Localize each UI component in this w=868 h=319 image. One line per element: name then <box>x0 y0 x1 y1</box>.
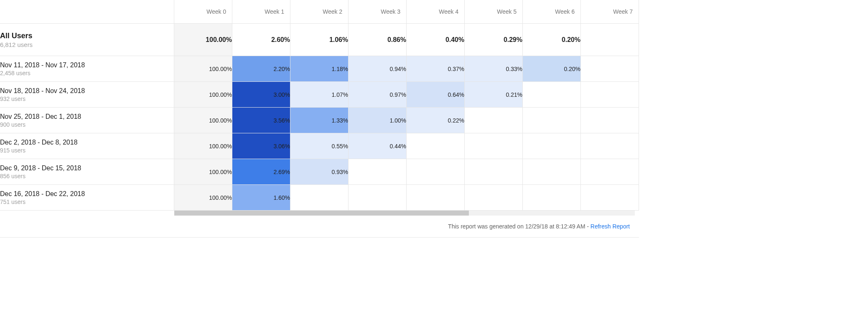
cell-week-3[interactable] <box>349 159 407 185</box>
cell-week-7[interactable] <box>581 56 639 82</box>
row-label-cell[interactable]: Nov 11, 2018 - Nov 17, 20182,458 users <box>0 56 174 82</box>
cohort-table-container: Week 0Week 1Week 2Week 3Week 4Week 5Week… <box>0 0 639 238</box>
cell-week-0[interactable]: 100.00% <box>174 185 232 211</box>
row-subtitle: 900 users <box>0 121 174 128</box>
column-header-week-4[interactable]: Week 4 <box>407 0 465 24</box>
table-row: Dec 9, 2018 - Dec 15, 2018856 users100.0… <box>0 159 639 185</box>
row-subtitle: 6,812 users <box>0 41 174 48</box>
table-row: Dec 16, 2018 - Dec 22, 2018751 users100.… <box>0 185 639 211</box>
cell-week-2[interactable]: 1.18% <box>290 56 349 82</box>
cell-week-7[interactable] <box>581 82 639 108</box>
horizontal-scrollbar[interactable] <box>174 211 635 216</box>
cell-week-0[interactable]: 100.00% <box>174 108 232 133</box>
cell-week-1[interactable]: 3.06% <box>232 133 290 159</box>
cell-week-5[interactable]: 0.33% <box>465 56 523 82</box>
cell-week-3[interactable] <box>349 185 407 211</box>
cell-week-7[interactable] <box>581 24 639 56</box>
cell-week-7[interactable] <box>581 185 639 211</box>
row-title: All Users <box>0 32 174 40</box>
column-header-week-2[interactable]: Week 2 <box>290 0 349 24</box>
cell-week-4[interactable]: 0.64% <box>407 82 465 108</box>
row-label-cell[interactable]: Dec 2, 2018 - Dec 8, 2018915 users <box>0 133 174 159</box>
row-label-cell[interactable]: Dec 9, 2018 - Dec 15, 2018856 users <box>0 159 174 185</box>
column-header-week-6[interactable]: Week 6 <box>523 0 581 24</box>
cell-week-4[interactable]: 0.37% <box>407 56 465 82</box>
cell-week-6[interactable]: 0.20% <box>523 24 581 56</box>
cell-week-7[interactable] <box>581 108 639 133</box>
row-title: Dec 9, 2018 - Dec 15, 2018 <box>0 164 174 172</box>
cell-week-2[interactable]: 1.07% <box>290 82 349 108</box>
cell-week-0[interactable]: 100.00% <box>174 82 232 108</box>
table-row: Nov 18, 2018 - Nov 24, 2018932 users100.… <box>0 82 639 108</box>
cell-week-4[interactable] <box>407 133 465 159</box>
cell-week-2[interactable]: 0.55% <box>290 133 349 159</box>
row-subtitle: 932 users <box>0 96 174 102</box>
row-label-cell[interactable]: Dec 16, 2018 - Dec 22, 2018751 users <box>0 185 174 211</box>
cell-week-5[interactable] <box>465 133 523 159</box>
row-subtitle: 2,458 users <box>0 70 174 76</box>
cell-week-1[interactable]: 2.69% <box>232 159 290 185</box>
refresh-report-link[interactable]: Refresh Report <box>590 223 630 230</box>
cell-week-1[interactable]: 2.60% <box>232 24 290 56</box>
cell-week-7[interactable] <box>581 133 639 159</box>
table-row: Nov 25, 2018 - Dec 1, 2018900 users100.0… <box>0 108 639 133</box>
row-label-cell[interactable]: Nov 18, 2018 - Nov 24, 2018932 users <box>0 82 174 108</box>
row-subtitle: 856 users <box>0 173 174 179</box>
cell-week-5[interactable] <box>465 159 523 185</box>
row-label-cell[interactable]: All Users6,812 users <box>0 24 174 56</box>
table-row: Nov 11, 2018 - Nov 17, 20182,458 users10… <box>0 56 639 82</box>
cell-week-2[interactable]: 1.06% <box>290 24 349 56</box>
row-title: Nov 11, 2018 - Nov 17, 2018 <box>0 61 174 69</box>
cell-week-7[interactable] <box>581 159 639 185</box>
cell-week-0[interactable]: 100.00% <box>174 159 232 185</box>
cell-week-0[interactable]: 100.00% <box>174 56 232 82</box>
column-header-week-3[interactable]: Week 3 <box>349 0 407 24</box>
column-header-week-5[interactable]: Week 5 <box>465 0 523 24</box>
cell-week-5[interactable]: 0.29% <box>465 24 523 56</box>
cell-week-3[interactable]: 0.44% <box>349 133 407 159</box>
row-title: Nov 18, 2018 - Nov 24, 2018 <box>0 87 174 95</box>
cell-week-6[interactable] <box>523 159 581 185</box>
scrollbar-thumb[interactable] <box>174 211 469 216</box>
column-header-week-1[interactable]: Week 1 <box>232 0 290 24</box>
cell-week-2[interactable] <box>290 185 349 211</box>
cell-week-3[interactable]: 1.00% <box>349 108 407 133</box>
cell-week-6[interactable] <box>523 133 581 159</box>
row-subtitle: 915 users <box>0 147 174 154</box>
header-blank <box>0 0 174 24</box>
cell-week-4[interactable] <box>407 159 465 185</box>
cell-week-3[interactable]: 0.97% <box>349 82 407 108</box>
footer-text: This report was generated on 12/29/18 at… <box>448 223 590 230</box>
cell-week-4[interactable] <box>407 185 465 211</box>
row-title: Dec 16, 2018 - Dec 22, 2018 <box>0 190 174 198</box>
summary-row: All Users6,812 users100.00%2.60%1.06%0.8… <box>0 24 639 56</box>
cell-week-1[interactable]: 3.56% <box>232 108 290 133</box>
report-footer: This report was generated on 12/29/18 at… <box>0 216 639 238</box>
column-header-week-7[interactable]: Week 7 <box>581 0 639 24</box>
cell-week-3[interactable]: 0.86% <box>349 24 407 56</box>
cell-week-1[interactable]: 3.00% <box>232 82 290 108</box>
cell-week-6[interactable] <box>523 108 581 133</box>
cell-week-6[interactable]: 0.20% <box>523 56 581 82</box>
cell-week-3[interactable]: 0.94% <box>349 56 407 82</box>
row-label-cell[interactable]: Nov 25, 2018 - Dec 1, 2018900 users <box>0 108 174 133</box>
cell-week-1[interactable]: 1.60% <box>232 185 290 211</box>
cell-week-5[interactable]: 0.21% <box>465 82 523 108</box>
cell-week-4[interactable]: 0.22% <box>407 108 465 133</box>
cell-week-5[interactable] <box>465 108 523 133</box>
row-title: Nov 25, 2018 - Dec 1, 2018 <box>0 113 174 120</box>
cell-week-6[interactable] <box>523 185 581 211</box>
cell-week-2[interactable]: 1.33% <box>290 108 349 133</box>
row-subtitle: 751 users <box>0 199 174 205</box>
cell-week-0[interactable]: 100.00% <box>174 24 232 56</box>
column-header-week-0[interactable]: Week 0 <box>174 0 232 24</box>
table-row: Dec 2, 2018 - Dec 8, 2018915 users100.00… <box>0 133 639 159</box>
cell-week-0[interactable]: 100.00% <box>174 133 232 159</box>
row-title: Dec 2, 2018 - Dec 8, 2018 <box>0 139 174 146</box>
cell-week-1[interactable]: 2.20% <box>232 56 290 82</box>
cell-week-5[interactable] <box>465 185 523 211</box>
cell-week-6[interactable] <box>523 82 581 108</box>
cell-week-4[interactable]: 0.40% <box>407 24 465 56</box>
cohort-table: Week 0Week 1Week 2Week 3Week 4Week 5Week… <box>0 0 639 211</box>
cell-week-2[interactable]: 0.93% <box>290 159 349 185</box>
